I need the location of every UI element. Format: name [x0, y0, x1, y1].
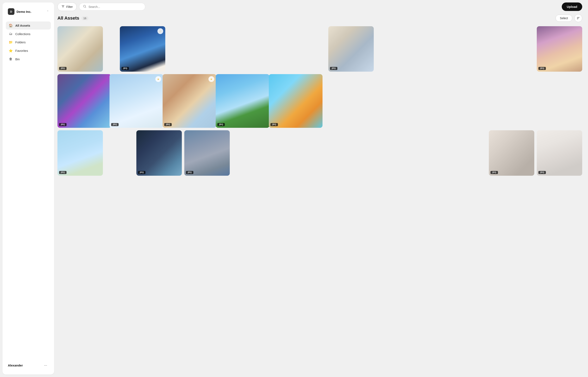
sidebar-item-label: Collections — [15, 32, 30, 36]
nav-list: 🏠 All Assets 🗂 Collections 📁 Folders ⭐ F… — [6, 22, 51, 63]
content-header: All Assets 16 Select — [58, 14, 582, 22]
main-content: Filter Upload All Assets 16 Select — [57, 0, 588, 377]
asset-card[interactable]: ★ JPG — [109, 74, 163, 128]
search-bar — [79, 3, 145, 11]
sidebar-footer: Alexander ··· — [6, 360, 51, 370]
sidebar: D Demo Inc. ⌃ 🏠 All Assets 🗂 Collections… — [2, 2, 54, 375]
asset-card[interactable]: JPG — [537, 26, 582, 72]
sidebar-item-all-assets[interactable]: 🏠 All Assets — [6, 22, 51, 30]
more-options-button[interactable]: ··· — [42, 362, 49, 368]
asset-type-badge: JPG — [491, 171, 498, 174]
filter-label: Filter — [66, 5, 73, 9]
sidebar-item-label: Bin — [15, 57, 20, 61]
folder-icon: 📁 — [9, 40, 13, 44]
asset-type-badge: JPG — [539, 67, 546, 70]
favorite-button[interactable]: ★ — [155, 76, 161, 82]
workspace-selector[interactable]: D Demo Inc. ⌃ — [6, 7, 51, 16]
asset-card[interactable]: JPG — [328, 26, 374, 72]
asset-card[interactable]: JPG — [58, 26, 103, 72]
assets-row-2: JPG ★ JPG ★ JPG JPG JPG — [58, 74, 582, 128]
content-area: All Assets 16 Select JPG — [57, 14, 586, 375]
collections-icon: 🗂 — [9, 32, 13, 36]
sort-button[interactable] — [574, 14, 582, 22]
content-actions: Select — [556, 14, 582, 22]
asset-card[interactable]: JPG — [58, 130, 103, 176]
asset-type-badge: JPG — [111, 123, 119, 126]
asset-card[interactable]: JPG — [136, 130, 182, 176]
asset-type-badge: JPG — [138, 171, 145, 174]
asset-type-badge: JPG — [59, 123, 67, 126]
sidebar-item-label: Folders — [15, 40, 26, 44]
asset-type-badge: JPG — [270, 123, 278, 126]
workspace-avatar: D — [8, 8, 14, 15]
content-title-wrap: All Assets 16 — [58, 15, 88, 21]
assets-row-1: JPG ☆ JPG JPG JPG — [58, 26, 582, 72]
topbar: Filter Upload — [57, 2, 586, 14]
asset-type-badge: JPG — [186, 171, 193, 174]
trash-icon: 🗑 — [9, 57, 13, 61]
chevron-icon: ⌃ — [47, 10, 49, 13]
asset-card[interactable]: JPG — [216, 74, 269, 128]
asset-type-badge: JPG — [330, 67, 337, 70]
page-title: All Assets — [58, 15, 79, 21]
sidebar-item-label: Favorites — [15, 49, 28, 52]
asset-type-badge: JPG — [121, 67, 129, 70]
sidebar-item-folders[interactable]: 📁 Folders — [6, 38, 51, 46]
sidebar-item-favorites[interactable]: ⭐ Favorites — [6, 47, 51, 55]
asset-card[interactable]: JPG — [58, 74, 111, 128]
search-input[interactable] — [88, 5, 141, 9]
favorite-button[interactable]: ★ — [208, 76, 214, 82]
favorite-button[interactable]: ☆ — [157, 28, 163, 34]
asset-type-badge: JPG — [217, 123, 225, 126]
star-icon: ⭐ — [9, 49, 13, 53]
select-button[interactable]: Select — [556, 15, 572, 22]
asset-card[interactable]: JPG — [184, 130, 230, 176]
user-name: Alexander — [8, 364, 23, 367]
asset-card[interactable]: JPG — [537, 130, 582, 176]
asset-type-badge: JPG — [164, 123, 172, 126]
asset-type-badge: JPG — [59, 171, 67, 174]
sidebar-item-bin[interactable]: 🗑 Bin — [6, 55, 51, 63]
asset-card[interactable]: ☆ JPG — [120, 26, 165, 72]
svg-line-4 — [85, 7, 86, 8]
home-icon: 🏠 — [9, 24, 13, 27]
asset-type-badge: JPG — [59, 67, 67, 70]
assets-row-3: JPG JPG JPG JPG JPG — [58, 130, 582, 176]
asset-count-badge: 16 — [81, 16, 88, 20]
search-icon — [83, 5, 86, 9]
filter-icon — [61, 5, 65, 9]
asset-type-badge: JPG — [539, 171, 546, 174]
workspace-name: Demo Inc. — [16, 10, 45, 13]
filter-button[interactable]: Filter — [58, 2, 77, 11]
asset-card[interactable]: ★ JPG — [163, 74, 216, 128]
topbar-left: Filter — [58, 2, 145, 11]
asset-card[interactable]: JPG — [269, 74, 323, 128]
asset-card[interactable]: JPG — [489, 130, 534, 176]
sidebar-item-label: All Assets — [15, 24, 30, 27]
upload-button[interactable]: Upload — [562, 2, 582, 11]
sidebar-item-collections[interactable]: 🗂 Collections — [6, 30, 51, 38]
